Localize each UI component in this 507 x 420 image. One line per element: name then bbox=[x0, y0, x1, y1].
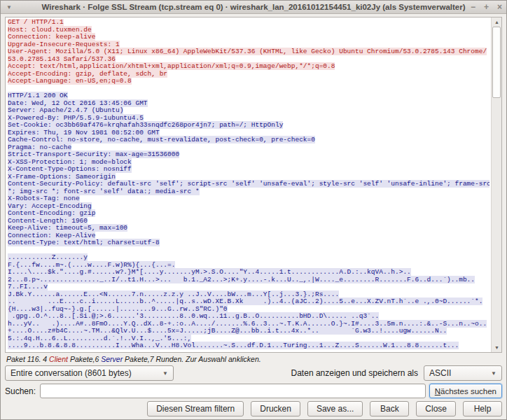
window-title: Wireshark · Folge SSL Stream (tcp.stream… bbox=[1, 3, 506, 11]
status-line: Paket 116. 4 Client Pakete,6 Server Pake… bbox=[5, 355, 502, 363]
save-as-button[interactable]: Save as... bbox=[307, 401, 363, 416]
chevron-down-icon: ▼ bbox=[485, 370, 496, 377]
scrollbar-thumb[interactable] bbox=[492, 27, 501, 98]
server-data[interactable]: HTTP/1.1 200 OK Date: Wed, 12 Oct 2016 1… bbox=[8, 92, 489, 349]
format-select-value: ASCII bbox=[429, 368, 451, 378]
status-prefix: Paket 116. 4 bbox=[6, 355, 49, 363]
stream-text[interactable]: GET / HTTP/1.1 Host: cloud.tuxmen.de Con… bbox=[8, 19, 489, 352]
vertical-scrollbar[interactable]: ▲ ▼ bbox=[491, 18, 501, 352]
minimize-button[interactable]: − bbox=[471, 1, 475, 14]
close-button[interactable]: × bbox=[497, 1, 502, 14]
scroll-up-icon[interactable]: ▲ bbox=[492, 18, 502, 27]
status-mid: Pakete,6 bbox=[68, 355, 101, 363]
dialog-body: GET / HTTP/1.1 Host: cloud.tuxmen.de Con… bbox=[1, 14, 506, 419]
status-client-count: Client bbox=[49, 355, 68, 363]
search-label: Suchen: bbox=[5, 386, 40, 396]
display-save-label: Daten anzeigen und speichern als bbox=[291, 368, 418, 378]
find-next-button[interactable]: Nächstes suchen bbox=[429, 384, 502, 398]
scroll-down-icon[interactable]: ▼ bbox=[492, 343, 502, 352]
back-button[interactable]: Back bbox=[370, 401, 409, 416]
filter-stream-button[interactable]: Diesen Stream filtern bbox=[147, 401, 244, 416]
format-select[interactable]: ASCII ▼ bbox=[424, 365, 502, 381]
search-input[interactable] bbox=[40, 384, 426, 398]
conversation-select[interactable]: Entire conversation (8601 bytes) ▼ bbox=[5, 365, 174, 381]
conversation-select-value: Entire conversation (8601 bytes) bbox=[11, 368, 132, 378]
help-button[interactable]: Help bbox=[463, 401, 502, 416]
print-button[interactable]: Drucken bbox=[251, 401, 300, 416]
window-menu-icon[interactable]: ▼ bbox=[6, 1, 12, 14]
close-dialog-button[interactable]: Close bbox=[416, 401, 456, 416]
maximize-button[interactable]: + bbox=[484, 1, 489, 14]
stream-text-area[interactable]: GET / HTTP/1.1 Host: cloud.tuxmen.de Con… bbox=[5, 17, 502, 353]
follow-ssl-stream-dialog: ▼ Wireshark · Folge SSL Stream (tcp.stre… bbox=[0, 0, 507, 420]
status-suffix: Pakete,7 Runden. Zur Auswahl anklicken. bbox=[123, 355, 261, 363]
status-server-count: Server bbox=[101, 355, 123, 363]
client-data[interactable]: GET / HTTP/1.1 Host: cloud.tuxmen.de Con… bbox=[8, 19, 487, 85]
titlebar[interactable]: ▼ Wireshark · Folge SSL Stream (tcp.stre… bbox=[1, 1, 506, 14]
chevron-down-icon: ▼ bbox=[157, 370, 168, 377]
